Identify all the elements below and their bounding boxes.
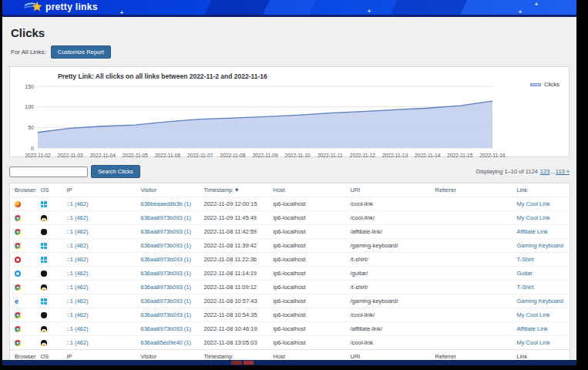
ip-link[interactable]: ::1 (462) xyxy=(67,339,89,346)
opera-icon xyxy=(15,257,21,263)
linux-icon xyxy=(41,326,47,332)
chrome-icon xyxy=(15,284,21,291)
chart-legend: Clicks xyxy=(530,81,559,88)
link-link[interactable]: Gaming Keyboard xyxy=(517,242,563,249)
report-row: For All Links: Customize Report xyxy=(11,45,570,59)
host-value: ip6-localhost xyxy=(274,256,306,263)
timestamp-value: 2022-11-08 13:05:03 xyxy=(204,339,257,346)
windows-icon xyxy=(41,298,47,304)
taskbar-accent xyxy=(231,361,242,365)
ip-link[interactable]: ::1 (462) xyxy=(67,200,89,207)
page-link-last[interactable]: 113 » xyxy=(556,168,570,175)
pretty-links-star-icon xyxy=(24,1,42,12)
link-link[interactable]: T-Shirt xyxy=(517,256,534,263)
ip-link[interactable]: ::1 (462) xyxy=(67,284,89,291)
timestamp-value: 2022-11-08 11:09:12 xyxy=(204,284,257,291)
svg-text:2022-11-08: 2022-11-08 xyxy=(220,153,246,158)
visitor-link[interactable]: 636aa8973b093 (1) xyxy=(141,325,191,332)
linux-icon xyxy=(41,284,47,291)
column-header-host[interactable]: Host xyxy=(269,183,346,197)
svg-text:2022-11-16: 2022-11-16 xyxy=(479,153,506,158)
ip-link[interactable]: ::1 (462) xyxy=(67,256,89,263)
svg-text:150: 150 xyxy=(25,84,34,89)
column-header-browser[interactable]: Browser xyxy=(10,183,36,197)
windows-icon xyxy=(41,243,47,249)
visitor-link[interactable]: 636aa8973b093 (1) xyxy=(141,298,191,304)
table-row: ::1 (462)636aa8973b093 (1)2022-11-08 10:… xyxy=(10,322,570,336)
visitor-link[interactable]: 636aa8973b093 (1) xyxy=(141,284,191,291)
firefox-icon xyxy=(15,201,21,207)
host-value: ip6-localhost xyxy=(274,325,306,332)
page-ellipsis: … xyxy=(549,168,556,175)
visitor-link[interactable]: 636aa8973b093 (1) xyxy=(141,242,191,249)
uri-value: /cool-link/ xyxy=(351,214,375,221)
pretty-links-logo[interactable]: pretty links xyxy=(24,1,98,12)
link-link[interactable]: My Cool Link xyxy=(517,200,550,207)
column-header-ip[interactable]: IP xyxy=(62,183,136,197)
visitor-link[interactable]: 636aa8973b093 (1) xyxy=(141,256,191,263)
svg-text:2022-11-11: 2022-11-11 xyxy=(318,153,343,158)
link-link[interactable]: My Cool Link xyxy=(517,339,550,346)
page-title: Clicks xyxy=(11,26,570,39)
search-clicks-button[interactable]: Search Clicks xyxy=(91,165,140,178)
link-link[interactable]: Guitar xyxy=(517,270,533,277)
ip-link[interactable]: ::1 (462) xyxy=(67,214,89,221)
column-header-os[interactable]: OS xyxy=(36,183,62,197)
link-link[interactable]: Affiliate Link xyxy=(517,228,548,235)
visitor-link[interactable]: 636aa8973b093 (1) xyxy=(141,311,191,318)
link-link[interactable]: My Cool Link xyxy=(517,214,550,221)
logo-text: pretty links xyxy=(45,2,98,12)
link-link[interactable]: My Cool Link xyxy=(517,311,550,318)
safari-icon xyxy=(15,271,21,277)
visitor-link[interactable]: 636aa85ed9e40 (1) xyxy=(141,339,191,346)
table-header-row: BrowserOSIPVisitorTimestamp ▼HostURIRefe… xyxy=(10,183,570,197)
link-link[interactable]: Gaming Keyboard xyxy=(517,298,563,304)
linux-icon xyxy=(41,215,47,221)
chart-title: Pretty Link: All clicks on all links bet… xyxy=(58,72,563,80)
link-link[interactable]: T-Shirt xyxy=(517,284,534,291)
customize-report-button[interactable]: Customize Report xyxy=(51,45,111,59)
clicks-chart-card: Pretty Link: All clicks on all links bet… xyxy=(9,66,570,157)
column-header-link[interactable]: Link xyxy=(512,183,570,197)
visitor-link[interactable]: 636aa8973b093 (1) xyxy=(141,214,191,221)
visitor-link[interactable]: 636aa8973b093 (1) xyxy=(141,228,191,235)
apple-icon xyxy=(41,312,47,318)
svg-text:2022-11-07: 2022-11-07 xyxy=(187,153,213,158)
visitor-link[interactable]: 636beaaed8b3b (1) xyxy=(141,200,191,207)
admin-header: + + + + pretty links xyxy=(2,0,576,17)
timestamp-value: 2022-11-08 11:42:59 xyxy=(204,228,257,235)
uri-value: /gaming-keyboard/ xyxy=(351,298,398,304)
ip-link[interactable]: ::1 (462) xyxy=(67,270,89,277)
chrome-icon xyxy=(15,326,21,332)
column-header-referrer[interactable]: Referrer xyxy=(431,183,512,197)
svg-text:100: 100 xyxy=(25,104,34,109)
table-row: ::1 (462)636aa8973b093 (1)2022-11-08 11:… xyxy=(10,253,570,267)
column-header-timestamp[interactable]: Timestamp ▼ xyxy=(200,183,269,197)
host-value: ip6-localhost xyxy=(274,200,306,207)
apple-icon xyxy=(41,229,47,235)
ip-link[interactable]: ::1 (462) xyxy=(67,298,89,304)
column-header-visitor: Visitor xyxy=(136,350,200,360)
ip-link[interactable]: ::1 (462) xyxy=(67,242,89,249)
table-row: ::1 (462)636aa8973b093 (1)2022-11-08 10:… xyxy=(10,308,570,322)
clicks-table-body: ::1 (462)636beaaed8b3b (1)2022-11-09 12:… xyxy=(10,197,570,350)
visitor-link[interactable]: 636aa8973b093 (1) xyxy=(141,270,191,277)
svg-text:2022-11-14: 2022-11-14 xyxy=(415,153,441,158)
ip-link[interactable]: ::1 (462) xyxy=(67,311,89,318)
column-header-visitor[interactable]: Visitor xyxy=(136,183,200,197)
svg-text:2022-11-15: 2022-11-15 xyxy=(447,153,473,158)
table-row: ::1 (462)636aa8973b093 (1)2022-11-08 11:… xyxy=(10,281,570,294)
uri-value: /affiliate-link/ xyxy=(351,228,383,235)
uri-value: /cool-link xyxy=(351,339,374,346)
search-input[interactable] xyxy=(9,166,88,177)
ip-link[interactable]: ::1 (462) xyxy=(67,325,89,332)
timestamp-value: 2022-11-09 11:45:49 xyxy=(204,214,257,221)
table-row: ::1 (462)636aa8973b093 (1)2022-11-08 11:… xyxy=(10,267,570,281)
uri-value: /guitar/ xyxy=(351,270,368,277)
column-header-uri[interactable]: URI xyxy=(346,183,431,197)
host-value: ip6-localhost xyxy=(274,284,306,291)
chrome-icon xyxy=(15,229,21,235)
link-link[interactable]: Affiliate Link xyxy=(517,325,548,332)
ip-link[interactable]: ::1 (462) xyxy=(67,228,89,235)
chrome-icon xyxy=(15,243,21,249)
